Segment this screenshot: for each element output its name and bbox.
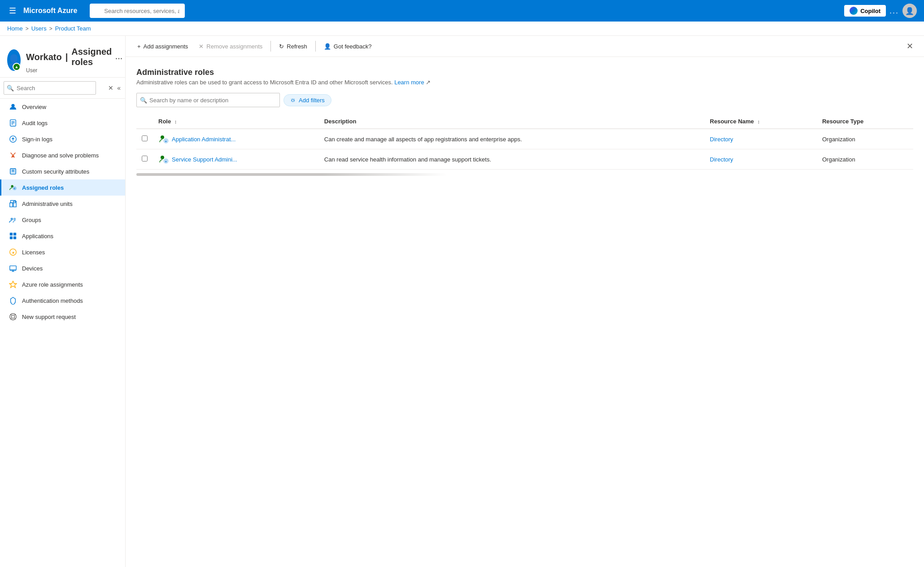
app-title: Microsoft Azure <box>23 7 77 15</box>
sidebar-item-admin-units-label: Administrative units <box>22 201 73 207</box>
table-header-resource-type: Resource Type <box>817 114 913 129</box>
topbar: ☰ Microsoft Azure 🔍 Copilot ... 👤 <box>0 0 924 22</box>
admin-icon <box>9 199 17 208</box>
devices-icon <box>9 264 17 273</box>
svg-marker-28 <box>9 281 17 288</box>
filter-icon: ⛭ <box>290 97 296 104</box>
row-checkbox-0[interactable] <box>142 135 148 141</box>
sidebar-item-admin-units[interactable]: Administrative units <box>0 196 125 212</box>
svg-rect-20 <box>10 236 13 239</box>
sidebar-search-collapse-button[interactable]: « <box>116 83 122 92</box>
learn-more-link[interactable]: Learn more <box>394 79 424 86</box>
breadcrumb-home[interactable]: Home <box>7 25 23 32</box>
page-header-more-button[interactable]: ... <box>115 53 122 61</box>
directory-link-0[interactable]: Directory <box>710 136 733 143</box>
close-button[interactable]: ✕ <box>903 39 917 53</box>
sidebar-item-custom-security[interactable]: Custom security attributes <box>0 163 125 179</box>
sidebar-item-groups-label: Groups <box>22 217 41 223</box>
row-resource-name-cell: Directory <box>705 129 817 149</box>
svg-point-0 <box>11 104 14 107</box>
table-row: +Service Support Admini...Can read servi… <box>136 149 913 170</box>
svg-rect-19 <box>13 233 16 236</box>
scroll-hint <box>136 173 447 176</box>
filter-bar: 🔍 ⛭ Add filters <box>136 93 913 107</box>
sidebar-search-input[interactable] <box>4 81 96 95</box>
table-header-row: Role ↕ Description Resource Name ↕ Resou… <box>136 114 913 129</box>
row-description-cell: Can read service health information and … <box>319 149 705 170</box>
breadcrumb-sep-1: > <box>26 26 29 32</box>
remove-assignments-button[interactable]: ✕ Remove assignments <box>194 40 267 52</box>
breadcrumb-current: Product Team <box>55 25 91 32</box>
sidebar-item-applications-label: Applications <box>22 233 53 240</box>
add-assignments-label: Add assignments <box>144 43 188 50</box>
sidebar-item-assigned-roles-label: Assigned roles <box>22 184 64 191</box>
sidebar-item-devices[interactable]: Devices <box>0 260 125 276</box>
add-filters-button[interactable]: ⛭ Add filters <box>283 94 331 106</box>
section-desc-text: Administrative roles can be used to gran… <box>136 79 393 86</box>
support-icon <box>9 312 17 321</box>
sidebar-item-applications[interactable]: Applications <box>0 228 125 244</box>
sidebar-item-auth-methods-label: Authentication methods <box>22 297 83 304</box>
user-avatar[interactable]: 👤 <box>902 4 917 18</box>
svg-rect-18 <box>10 233 13 236</box>
sidebar-item-sign-in-logs[interactable]: Sign-in logs <box>0 131 125 147</box>
svg-point-30 <box>11 315 14 318</box>
svg-rect-13 <box>10 203 13 207</box>
copilot-button[interactable]: Copilot <box>844 5 886 17</box>
sidebar-item-licenses[interactable]: ★ Licenses <box>0 244 125 260</box>
topbar-more-button[interactable]: ... <box>889 6 899 16</box>
sidebar-item-diagnose[interactable]: Diagnose and solve problems <box>0 147 125 163</box>
sidebar-item-auth-methods[interactable]: Authentication methods <box>0 292 125 309</box>
svg-rect-21 <box>13 236 16 239</box>
svg-text:+: + <box>165 160 167 164</box>
page-title-name: Workato <box>26 52 62 62</box>
directory-link-1[interactable]: Directory <box>710 156 733 163</box>
refresh-button[interactable]: ↻ Refresh <box>275 40 312 52</box>
remove-assignments-label: Remove assignments <box>206 43 262 50</box>
resource-name-sort-icon[interactable]: ↕ <box>757 119 760 124</box>
sidebar-item-sign-in-logs-label: Sign-in logs <box>22 136 52 143</box>
hamburger-menu[interactable]: ☰ <box>7 4 18 17</box>
refresh-label: Refresh <box>287 43 307 50</box>
sidebar-item-azure-role-label: Azure role assignments <box>22 281 83 288</box>
role-sort-icon[interactable]: ↕ <box>174 119 177 124</box>
role-link-0[interactable]: Application Administrat... <box>172 136 235 143</box>
sidebar: 👤 ▲ Workato | Assigned roles ... User 🔍 … <box>0 36 126 567</box>
avatar-badge: ▲ <box>13 63 21 71</box>
sidebar-item-audit-logs[interactable]: Audit logs <box>0 115 125 131</box>
sidebar-item-assigned-roles[interactable]: + Assigned roles <box>0 179 125 196</box>
refresh-icon: ↻ <box>279 43 284 50</box>
global-search-input[interactable] <box>90 4 185 18</box>
row-checkbox-cell <box>136 129 153 149</box>
table-header-checkbox-col <box>136 114 153 129</box>
breadcrumb-users[interactable]: Users <box>31 25 47 32</box>
page-title: Workato | Assigned roles ... <box>26 47 123 67</box>
col-role-label: Role <box>158 118 171 125</box>
row-checkbox-1[interactable] <box>142 156 148 161</box>
sidebar-search-clear-button[interactable]: ✕ <box>107 83 114 92</box>
filter-search-input[interactable] <box>136 93 280 107</box>
row-description-cell: Can create and manage all aspects of app… <box>319 129 705 149</box>
col-desc-label: Description <box>324 118 357 125</box>
sidebar-item-groups[interactable]: Groups <box>0 212 125 228</box>
toolbar-separator <box>270 41 271 52</box>
svg-point-17 <box>13 218 16 220</box>
feedback-button[interactable]: 👤 Got feedback? <box>319 40 376 52</box>
row-checkbox-cell <box>136 149 153 170</box>
sidebar-item-azure-role[interactable]: Azure role assignments <box>0 276 125 292</box>
svg-point-38 <box>161 156 164 159</box>
sidebar-item-overview[interactable]: Overview <box>0 99 125 115</box>
sidebar-nav: Overview Audit logs Sign-in logs Diagnos… <box>0 99 125 567</box>
row-resource-name-cell: Directory <box>705 149 817 170</box>
topbar-right: Copilot ... 👤 <box>844 4 917 18</box>
global-search-wrapper: 🔍 <box>90 4 305 18</box>
role-link-1[interactable]: Service Support Admini... <box>172 156 237 163</box>
add-icon: + <box>137 43 141 50</box>
add-assignments-button[interactable]: + Add assignments <box>133 40 192 52</box>
copilot-icon <box>850 7 858 15</box>
external-link-icon: ↗ <box>426 79 431 86</box>
sidebar-search-bar: 🔍 ✕ « <box>0 78 125 99</box>
sidebar-item-custom-security-label: Custom security attributes <box>22 168 89 175</box>
roles-icon: + <box>9 183 17 192</box>
sidebar-item-support[interactable]: New support request <box>0 309 125 325</box>
